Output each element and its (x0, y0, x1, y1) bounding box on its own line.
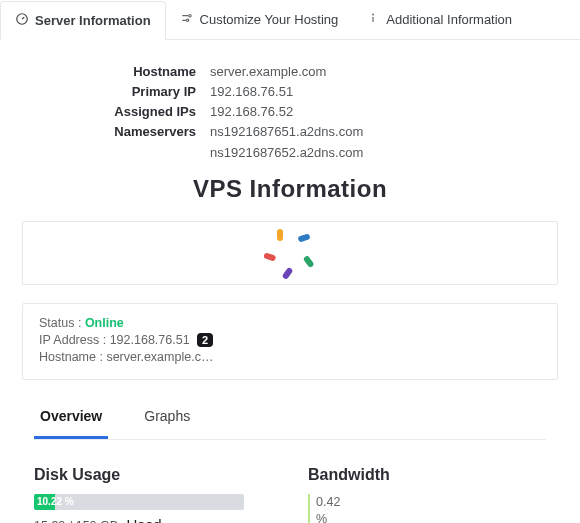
hostname-line: Hostname : server.example.c… (39, 350, 541, 364)
tab-label: Server Information (35, 13, 151, 28)
svg-rect-4 (373, 17, 374, 22)
info-row-assigned-ips: Assigned IPs 192.168.76.52 (0, 102, 580, 122)
subtab-overview[interactable]: Overview (34, 398, 108, 439)
disk-usage-percent: 10.22 % (37, 494, 74, 510)
loading-spinner-icon (277, 240, 303, 266)
ip-label: IP Address : (39, 333, 106, 347)
tab-customize-hosting[interactable]: Customize Your Hosting (166, 0, 353, 39)
bandwidth-title: Bandwidth (308, 466, 546, 484)
bandwidth-block: Bandwidth 0.42 % (308, 466, 546, 523)
bandwidth-unit: % (316, 511, 546, 523)
sliders-icon (180, 11, 194, 28)
disk-usage-detail: 15.32 / 150 GB Used (34, 516, 272, 523)
bandwidth-value: 0.42 (316, 494, 546, 512)
info-row-nameservers: Nameservers ns1921687651.a2dns.com (0, 122, 580, 142)
hostname-value: server.example.c… (106, 350, 213, 364)
server-info-list: Hostname server.example.com Primary IP 1… (0, 62, 580, 163)
info-label: Nameservers (0, 122, 210, 142)
tab-label: Additional Information (386, 12, 512, 27)
disk-usage-amount: 15.32 / 150 GB (34, 519, 118, 523)
info-row-primary-ip: Primary IP 192.168.76.51 (0, 82, 580, 102)
info-value: ns1921687652.a2dns.com (210, 143, 363, 163)
ip-line: IP Address : 192.168.76.51 2 (39, 333, 541, 347)
info-icon (366, 11, 380, 28)
hostname-label: Hostname : (39, 350, 103, 364)
dashboard-icon (15, 12, 29, 29)
info-value: 192.168.76.52 (210, 102, 293, 122)
info-label: Assigned IPs (0, 102, 210, 122)
usage-section: Disk Usage 10.22 % 15.32 / 150 GB Used B… (34, 466, 546, 523)
disk-usage-title: Disk Usage (34, 466, 272, 484)
tab-label: Customize Your Hosting (200, 12, 339, 27)
bandwidth-values: 0.42 % (308, 494, 546, 523)
ip-value: 192.168.76.51 (110, 333, 190, 347)
svg-point-3 (372, 14, 374, 16)
status-label: Status : (39, 316, 81, 330)
info-label (0, 143, 210, 163)
disk-usage-used-label: Used (127, 516, 162, 523)
info-row-hostname: Hostname server.example.com (0, 62, 580, 82)
info-row-nameservers-2: ns1921687652.a2dns.com (0, 143, 580, 163)
info-label: Primary IP (0, 82, 210, 102)
vps-subtabs: Overview Graphs (34, 398, 546, 440)
disk-usage-block: Disk Usage 10.22 % 15.32 / 150 GB Used (34, 466, 272, 523)
svg-point-1 (188, 15, 190, 17)
vps-loading-panel (22, 221, 558, 285)
subtab-graphs[interactable]: Graphs (138, 398, 196, 439)
info-value: ns1921687651.a2dns.com (210, 122, 363, 142)
info-value: server.example.com (210, 62, 326, 82)
vps-status-panel: Status : Online IP Address : 192.168.76.… (22, 303, 558, 380)
tab-server-information[interactable]: Server Information (0, 1, 166, 40)
main-tabbar: Server Information Customize Your Hostin… (0, 0, 580, 40)
ip-count-badge: 2 (197, 333, 213, 347)
status-value: Online (85, 316, 124, 330)
tab-additional-info[interactable]: Additional Information (352, 0, 526, 39)
svg-point-2 (186, 19, 188, 21)
info-value: 192.168.76.51 (210, 82, 293, 102)
disk-usage-progress: 10.22 % (34, 494, 244, 510)
info-label: Hostname (0, 62, 210, 82)
vps-title: VPS Information (0, 175, 580, 203)
status-line: Status : Online (39, 316, 541, 330)
